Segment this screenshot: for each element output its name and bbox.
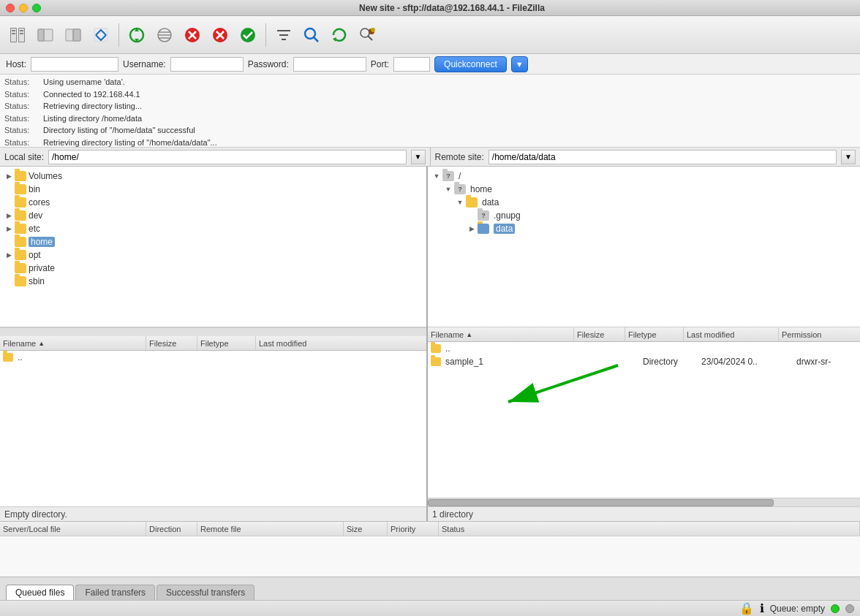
toolbar-separator-2 — [265, 23, 266, 47]
tree-item-remote-data-selected[interactable]: ▶ data — [428, 222, 860, 235]
transfer-col-remote[interactable]: Remote file — [197, 522, 344, 536]
tree-item-root[interactable]: ▼ ? / — [428, 170, 860, 183]
remote-col-filename[interactable]: Filename ▲ — [428, 327, 574, 341]
toggle-volumes[interactable]: ▶ — [3, 170, 15, 182]
port-input[interactable] — [393, 57, 430, 72]
tree-item-opt[interactable]: ▶ opt — [0, 248, 426, 262]
tree-item-remote-home[interactable]: ▼ ? home — [428, 183, 860, 196]
remote-path-label: Remote site: — [435, 152, 484, 162]
toggle-remote-data-selected[interactable]: ▶ — [466, 223, 478, 235]
toggle-home — [3, 236, 15, 248]
local-col-filename[interactable]: Filename ▲ — [0, 336, 146, 350]
transfer-col-status[interactable]: Status — [439, 522, 860, 536]
password-input[interactable] — [293, 57, 366, 72]
minimize-button[interactable] — [19, 4, 28, 12]
remote-file-row-parent[interactable]: .. — [428, 342, 860, 355]
remote-hscroll-thumb[interactable] — [428, 499, 774, 506]
local-col-filesize-label: Filesize — [149, 339, 176, 348]
remote-hscroll[interactable] — [428, 498, 860, 506]
remote-col-filetype-label: Filetype — [628, 330, 657, 339]
panel-split: ▶ Volumes bin cores ▶ dev ▶ — [0, 167, 860, 521]
transfer-col-server-label: Server/Local file — [3, 525, 61, 533]
cancel-queue-button[interactable] — [207, 21, 233, 49]
local-tree-view[interactable]: ▶ Volumes bin cores ▶ dev ▶ — [0, 167, 426, 327]
remote-filetype-sample1: Directory — [641, 357, 700, 367]
filter-button[interactable] — [271, 21, 297, 49]
remote-file-list[interactable]: .. sample_1 Directory 23/04/2024 0.. drw… — [428, 342, 860, 498]
remote-col-filename-label: Filename — [431, 330, 464, 339]
bookmark-toggle-button[interactable] — [60, 21, 86, 49]
folder-icon-remote-home: ? — [454, 184, 466, 194]
folder-icon-bin — [15, 184, 26, 194]
status-line-1: Status: Using username 'data'. — [4, 76, 856, 88]
remote-permission-sample1: drwxr-sr- — [795, 357, 857, 367]
tree-item-volumes[interactable]: ▶ Volumes — [0, 170, 426, 183]
local-path-dropdown[interactable]: ▼ — [411, 150, 426, 164]
toggle-remote-home[interactable]: ▼ — [442, 183, 454, 195]
local-col-modified[interactable]: Last modified — [256, 336, 426, 350]
refresh-button[interactable] — [124, 21, 150, 49]
tree-label-sbin: sbin — [29, 276, 45, 286]
remote-col-modified-label: Last modified — [687, 330, 734, 339]
toggle-root[interactable]: ▼ — [431, 170, 442, 182]
tree-item-cores[interactable]: cores — [0, 196, 426, 209]
transfer-button[interactable] — [88, 21, 114, 49]
remote-file-row-sample1[interactable]: sample_1 Directory 23/04/2024 0.. drwxr-… — [428, 355, 860, 368]
tab-failed-transfers-label: Failed transfers — [85, 588, 146, 598]
remote-path-input[interactable] — [489, 150, 837, 164]
tree-item-private[interactable]: private — [0, 262, 426, 275]
find-button[interactable] — [298, 21, 325, 49]
find-files-button[interactable] — [354, 21, 380, 49]
tab-successful-transfers[interactable]: Successful transfers — [156, 585, 254, 600]
sync-browse-button[interactable] — [151, 21, 178, 49]
local-tree-vscroll[interactable] — [0, 327, 426, 336]
remote-folder-icon-parent — [431, 344, 441, 353]
remote-col-filesize[interactable]: Filesize — [574, 327, 625, 341]
transfer-col-server[interactable]: Server/Local file — [0, 522, 146, 536]
local-file-row-parent[interactable]: .. — [0, 351, 426, 364]
local-col-filesize[interactable]: Filesize — [146, 336, 197, 350]
remote-col-permission[interactable]: Permission — [779, 327, 860, 341]
svg-point-30 — [305, 28, 315, 39]
site-manager-button[interactable] — [4, 21, 31, 49]
tree-item-remote-data-parent[interactable]: ▼ data — [428, 196, 860, 209]
maximize-button[interactable] — [32, 4, 41, 12]
tree-item-remote-gnupg[interactable]: ? .gnupg — [428, 209, 860, 222]
remote-path-dropdown[interactable]: ▼ — [841, 150, 856, 164]
transfer-col-direction[interactable]: Direction — [146, 522, 197, 536]
cancel-button[interactable] — [179, 21, 205, 49]
toggle-opt[interactable]: ▶ — [3, 249, 15, 261]
confirm-button[interactable] — [235, 21, 261, 49]
tree-item-bin[interactable]: bin — [0, 183, 426, 196]
host-input[interactable] — [31, 57, 118, 72]
transfer-icon — [92, 26, 110, 44]
tree-item-home[interactable]: home — [0, 235, 426, 248]
svg-rect-4 — [12, 30, 15, 31]
remote-col-filetype[interactable]: Filetype — [625, 327, 684, 341]
username-input[interactable] — [170, 57, 244, 72]
local-col-filetype[interactable]: Filetype — [197, 336, 256, 350]
transfer-col-priority[interactable]: Priority — [388, 522, 439, 536]
folder-icon-remote-gnupg: ? — [478, 210, 489, 221]
remote-tree-view[interactable]: ▼ ? / ▼ ? home ▼ data ? .gnupg — [428, 167, 860, 327]
toggle-remote-data-parent[interactable]: ▼ — [454, 197, 466, 208]
tree-item-etc[interactable]: ▶ etc — [0, 222, 426, 235]
toggle-dev[interactable]: ▶ — [3, 210, 15, 221]
tab-failed-transfers[interactable]: Failed transfers — [75, 585, 155, 600]
local-path-input[interactable] — [48, 150, 406, 164]
bottom-tabs: Queued files Failed transfers Successful… — [0, 577, 860, 600]
find-icon — [302, 26, 321, 45]
tab-queued-files[interactable]: Queued files — [6, 585, 74, 600]
transfer-col-size[interactable]: Size — [344, 522, 388, 536]
tree-item-sbin[interactable]: sbin — [0, 275, 426, 288]
local-tree-toggle-button[interactable] — [32, 21, 59, 49]
tree-item-dev[interactable]: ▶ dev — [0, 209, 426, 222]
reconnect-button[interactable] — [326, 21, 352, 49]
quickconnect-dropdown-button[interactable]: ▼ — [511, 56, 528, 72]
close-button[interactable] — [6, 4, 15, 12]
toggle-etc[interactable]: ▶ — [3, 223, 15, 235]
remote-col-modified[interactable]: Last modified — [684, 327, 779, 341]
quickconnect-button[interactable]: Quickconnect — [434, 56, 507, 72]
connection-bar: Host: Username: Password: Port: Quickcon… — [0, 54, 860, 75]
local-file-list[interactable]: .. — [0, 351, 426, 506]
